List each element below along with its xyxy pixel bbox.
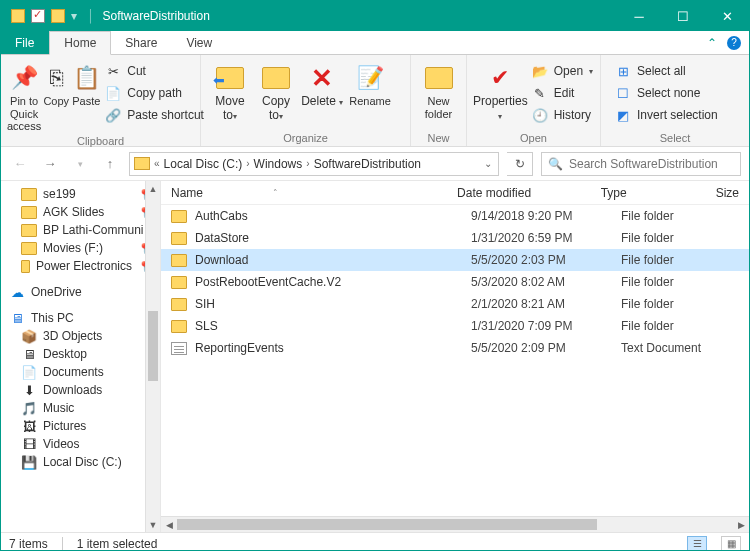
paste-button[interactable]: 📋 Paste — [71, 59, 101, 108]
file-name: Download — [195, 253, 248, 267]
search-icon: 🔍 — [548, 157, 563, 171]
move-to-icon: ⬅ — [215, 63, 245, 93]
navpane-pc-item[interactable]: 💾Local Disc (C:) — [3, 453, 158, 471]
paste-shortcut-button[interactable]: 🔗Paste shortcut — [101, 105, 208, 125]
scroll-down-icon[interactable]: ▼ — [146, 517, 160, 532]
music-icon: 🎵 — [21, 401, 37, 415]
navpane-item-label: OneDrive — [31, 285, 82, 299]
file-type: File folder — [611, 253, 731, 267]
navpane-quick-item[interactable]: Power Electronics📍 — [3, 257, 158, 275]
thumbnails-view-button[interactable]: ▦ — [721, 536, 741, 552]
refresh-button[interactable]: ↻ — [507, 152, 533, 176]
select-all-button[interactable]: ⊞Select all — [611, 61, 722, 81]
file-date: 9/14/2018 9:20 PM — [461, 209, 611, 223]
maximize-button[interactable]: ☐ — [661, 1, 705, 31]
column-date[interactable]: Date modified — [447, 186, 591, 200]
navpane-item-label: Local Disc (C:) — [43, 455, 122, 469]
edit-button[interactable]: ✎Edit — [528, 83, 597, 103]
breadcrumb-dropdown[interactable]: ⌄ — [482, 158, 494, 169]
collapse-ribbon-icon[interactable]: ⌃ — [707, 36, 717, 50]
breadcrumb-seg-2[interactable]: SoftwareDistribution — [314, 157, 421, 171]
file-row[interactable]: PostRebootEventCache.V25/3/2020 8:02 AMF… — [161, 271, 749, 293]
navpane-pc-item[interactable]: 🖼Pictures — [3, 417, 158, 435]
copy-button[interactable]: ⎘ Copy — [41, 59, 71, 108]
pin-quick-access-button[interactable]: 📌 Pin to Quick access — [7, 59, 41, 133]
file-row[interactable]: Download5/5/2020 2:03 PMFile folder — [161, 249, 749, 271]
breadcrumb[interactable]: « Local Disc (C:)› Windows› SoftwareDist… — [129, 152, 499, 176]
navpane-scrollbar[interactable]: ▲ ▼ — [145, 181, 160, 532]
navpane-pc-item[interactable]: 📄Documents — [3, 363, 158, 381]
rename-icon: 📝 — [355, 63, 385, 93]
tab-file[interactable]: File — [1, 31, 49, 54]
cut-button[interactable]: ✂Cut — [101, 61, 208, 81]
invert-selection-button[interactable]: ◩Invert selection — [611, 105, 722, 125]
tab-share[interactable]: Share — [111, 31, 172, 54]
navpane-thispc[interactable]: 🖥This PC — [3, 309, 158, 327]
back-button[interactable]: ← — [9, 153, 31, 175]
open-button[interactable]: 📂Open ▾ — [528, 61, 597, 81]
drive-icon: 💾 — [21, 455, 37, 469]
qat-customize-icon[interactable]: ▾ — [71, 9, 77, 23]
navpane-pc-item[interactable]: 🖥Desktop — [3, 345, 158, 363]
select-none-button[interactable]: ☐Select none — [611, 83, 722, 103]
forward-button[interactable]: → — [39, 153, 61, 175]
file-name: SLS — [195, 319, 218, 333]
file-row[interactable]: SIH2/1/2020 8:21 AMFile folder — [161, 293, 749, 315]
properties-icon: ✔ — [485, 63, 515, 93]
file-date: 1/31/2020 6:59 PM — [461, 231, 611, 245]
search-box[interactable]: 🔍 — [541, 152, 741, 176]
column-type[interactable]: Type — [591, 186, 706, 200]
file-row[interactable]: DataStore1/31/2020 6:59 PMFile folder — [161, 227, 749, 249]
up-button[interactable]: ↑ — [99, 153, 121, 175]
properties-button[interactable]: ✔ Properties ▾ — [473, 59, 528, 121]
folder-icon — [171, 210, 187, 223]
file-name: AuthCabs — [195, 209, 248, 223]
navpane-quick-item[interactable]: BP Lathi-Communi — [3, 221, 158, 239]
move-to-button[interactable]: ⬅ Move to▾ — [207, 59, 253, 123]
navpane-quick-item[interactable]: se199📍 — [3, 185, 158, 203]
breadcrumb-root-chevron[interactable]: « — [152, 158, 162, 169]
folder-icon — [21, 188, 37, 201]
history-button[interactable]: 🕘History — [528, 105, 597, 125]
hscroll-left-icon[interactable]: ◀ — [161, 517, 177, 533]
breadcrumb-seg-0[interactable]: Local Disc (C:)› — [164, 157, 252, 171]
delete-button[interactable]: ✕ Delete ▾ — [299, 59, 345, 109]
tab-home[interactable]: Home — [49, 31, 111, 55]
tab-view[interactable]: View — [172, 31, 227, 54]
navpane-pc-item[interactable]: 🎞Videos — [3, 435, 158, 453]
scroll-up-icon[interactable]: ▲ — [146, 181, 160, 196]
status-selection: 1 item selected — [77, 537, 158, 551]
hscroll-thumb[interactable] — [177, 519, 597, 530]
copy-path-button[interactable]: 📄Copy path — [101, 83, 208, 103]
recent-locations-button[interactable]: ▾ — [69, 153, 91, 175]
file-row[interactable]: AuthCabs9/14/2018 9:20 PMFile folder — [161, 205, 749, 227]
rename-button[interactable]: 📝 Rename — [345, 59, 395, 108]
qat-properties-icon[interactable] — [31, 9, 45, 23]
navpane-quick-item[interactable]: Movies (F:)📍 — [3, 239, 158, 257]
file-row[interactable]: SLS1/31/2020 7:09 PMFile folder — [161, 315, 749, 337]
close-button[interactable]: ✕ — [705, 1, 749, 31]
minimize-button[interactable]: ─ — [617, 1, 661, 31]
search-input[interactable] — [569, 157, 734, 171]
qat-newfolder-icon[interactable] — [51, 9, 65, 23]
details-view-button[interactable]: ☰ — [687, 536, 707, 552]
navpane-quick-item[interactable]: AGK Slides📍 — [3, 203, 158, 221]
help-icon[interactable]: ? — [727, 36, 741, 50]
breadcrumb-seg-1[interactable]: Windows› — [254, 157, 312, 171]
navpane-pc-item[interactable]: ⬇Downloads — [3, 381, 158, 399]
new-folder-button[interactable]: New folder — [417, 59, 460, 120]
navpane-pc-item[interactable]: 📦3D Objects — [3, 327, 158, 345]
navpane-onedrive[interactable]: ☁OneDrive — [3, 283, 158, 301]
window-title: SoftwareDistribution — [95, 9, 618, 23]
navpane-pc-item[interactable]: 🎵Music — [3, 399, 158, 417]
column-size[interactable]: Size — [706, 186, 749, 200]
file-list: Name˄ Date modified Type Size AuthCabs9/… — [161, 181, 749, 532]
content-horizontal-scrollbar[interactable]: ◀ ▶ — [161, 516, 749, 532]
scroll-thumb[interactable] — [148, 311, 158, 381]
column-name[interactable]: Name˄ — [161, 186, 447, 200]
folder-icon — [21, 260, 30, 273]
hscroll-right-icon[interactable]: ▶ — [733, 517, 749, 533]
cube-icon: 📦 — [21, 329, 37, 343]
copy-to-button[interactable]: Copy to▾ — [253, 59, 299, 123]
file-row[interactable]: ReportingEvents5/5/2020 2:09 PMText Docu… — [161, 337, 749, 359]
